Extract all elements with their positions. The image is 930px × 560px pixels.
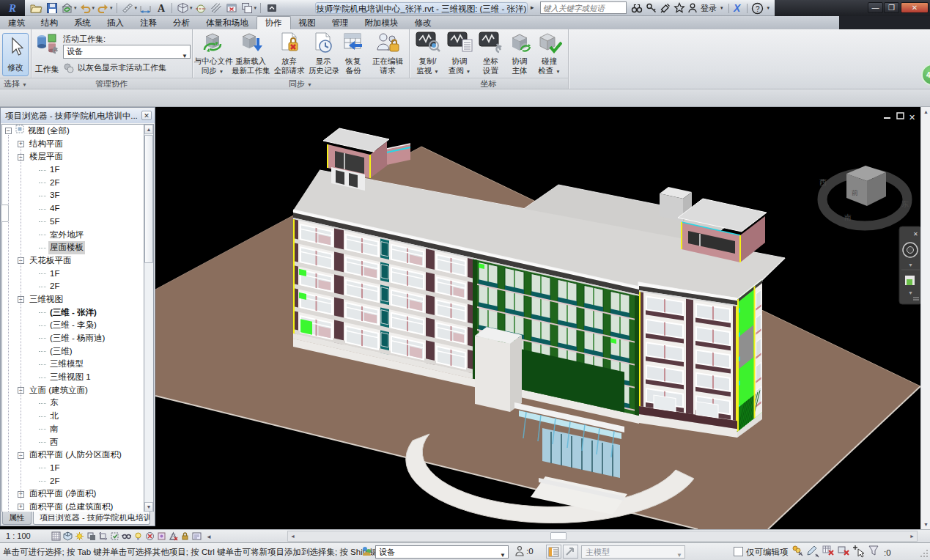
tree-item-屋面楼板[interactable]: 屋面楼板 (2, 241, 145, 254)
favorites-icon[interactable] (673, 2, 685, 14)
project-browser-close-icon[interactable]: ✕ (141, 111, 152, 120)
ribbon-tab-管理[interactable]: 管理 (324, 16, 357, 29)
viewcube[interactable]: 西 南 东 前 (819, 166, 909, 226)
qat-aligned-dimension-icon[interactable] (139, 1, 152, 15)
crop-visible-icon[interactable] (110, 531, 120, 542)
tree-item-西[interactable]: 西 (2, 436, 145, 449)
box-exclude-icon[interactable] (838, 545, 850, 560)
reveal-hidden-icon[interactable] (133, 531, 144, 542)
tree-item-北[interactable]: 北 (2, 410, 145, 423)
tree-item-5F[interactable]: 5F (2, 215, 145, 229)
resize-grip[interactable] (920, 549, 929, 558)
qat-switch-windows-icon[interactable] (240, 1, 254, 15)
tree-item-(三维 - 杨雨迪)[interactable]: (三维 - 杨雨迪) (2, 332, 145, 345)
ribbon-button-坐标设置[interactable]: 坐标设置 (476, 31, 506, 75)
tree-item-楼层平面[interactable]: −楼层平面 (2, 150, 145, 163)
help-icon[interactable]: ? (751, 2, 764, 14)
palette-tab-properties[interactable]: 属性 (2, 512, 32, 525)
tree-item-立面 (建筑立面)[interactable]: −立面 (建筑立面) (2, 384, 145, 397)
qat-customize-icon[interactable] (265, 1, 278, 15)
tree-item-4F[interactable]: 4F (2, 202, 145, 215)
ribbon-tab-视图[interactable]: 视图 (291, 16, 324, 29)
tree-item-(三维)[interactable]: (三维) (2, 345, 145, 358)
ribbon-button-放弃全部请求[interactable]: 放弃全部请求 (270, 31, 308, 75)
tree-item-2F[interactable]: 2F (2, 475, 145, 488)
ribbon-button-重新载入最新工作集[interactable]: 重新载入最新工作集 (232, 31, 270, 75)
tree-item-天花板平面[interactable]: −天花板平面 (2, 254, 145, 268)
requests-button[interactable] (563, 545, 578, 559)
vertical-scrollbar[interactable]: ▲ ▼ (920, 107, 930, 529)
ribbon-tab-附加模块[interactable]: 附加模块 (357, 16, 407, 29)
tree-scrollbar[interactable]: ▲ ▼ (144, 124, 154, 512)
qat-section-icon[interactable] (194, 1, 208, 15)
qat-redo-icon[interactable] (96, 1, 110, 15)
qat-save-icon[interactable] (45, 1, 59, 15)
search-icon[interactable] (630, 2, 643, 14)
panel-label-select[interactable]: 选择 ▼ (0, 78, 31, 89)
gray-inactive-worksets-toggle[interactable]: 以灰色显示非活动工作集 (63, 62, 166, 74)
title-expand-icon[interactable]: ▸ (531, 4, 534, 11)
project-browser-title[interactable]: 项目浏览器 - 技师学院机电培训中... (1, 109, 155, 123)
sun-path-icon[interactable] (75, 531, 85, 542)
ribbon-button-协调主体[interactable]: 协调主体 (506, 31, 533, 75)
tree-item-面积平面 (净面积)[interactable]: +面积平面 (净面积) (2, 487, 145, 501)
table-exclude-icon[interactable] (822, 545, 835, 560)
qat-measure-icon[interactable] (121, 1, 135, 15)
qat-default-3d-view-icon[interactable] (176, 1, 190, 15)
tree-item-3F[interactable]: 3F (2, 189, 145, 202)
editable-only-checkbox[interactable] (734, 547, 743, 556)
tree-item-1F[interactable]: 1F (2, 163, 145, 177)
editable-items-icon[interactable] (807, 545, 819, 560)
infocenter-search-input[interactable] (540, 1, 627, 14)
ribbon-button-碰撞检查[interactable]: 碰撞检查 ▼ (534, 31, 565, 76)
filter-icon[interactable] (868, 545, 881, 560)
login-label[interactable]: 登录 (701, 3, 717, 14)
ribbon-tab-插入[interactable]: 插入 (99, 16, 132, 29)
temporary-hide-icon[interactable] (122, 531, 132, 542)
exchange-icon[interactable]: X (733, 2, 743, 14)
shadows-icon[interactable] (86, 531, 97, 542)
restore-button[interactable]: ❐ (884, 2, 899, 13)
visual-style-icon[interactable] (63, 531, 73, 542)
scale-indicator[interactable]: 1 : 100 (6, 531, 31, 540)
ribbon-button-恢复备份[interactable]: 恢复备份 (339, 31, 368, 75)
tree-item-2F[interactable]: 2F (2, 177, 145, 190)
worksharing-display-icon[interactable] (145, 531, 155, 542)
vscroll-thumb[interactable] (1, 205, 9, 222)
ribbon-button-显示历史记录[interactable]: 显示历史记录 (309, 31, 338, 75)
tree-item-三维视图 1[interactable]: 三维视图 1 (2, 371, 145, 384)
horizontal-scrollbar[interactable]: ◄ ► (287, 531, 918, 542)
communication-icon[interactable] (660, 2, 671, 14)
application-menu-button[interactable]: R (0, 0, 25, 16)
qat-open-icon[interactable] (29, 1, 43, 15)
worksets-status-icon[interactable] (791, 545, 804, 560)
qat-text-icon[interactable]: A (154, 1, 168, 15)
drawing-area[interactable]: 西 南 东 前 ✕ ▼ ▼ ✕ (155, 107, 920, 529)
ribbon-tab-分析[interactable]: 分析 (165, 16, 198, 29)
ribbon-tab-建筑[interactable]: 建筑 (0, 16, 33, 29)
key-icon[interactable] (646, 2, 657, 14)
qat-close-hidden-windows-icon[interactable] (225, 1, 239, 15)
tree-item-面积平面 (总建筑面积)[interactable]: +面积平面 (总建筑面积) (2, 501, 145, 512)
palette-tab-browser[interactable]: 项目浏览器 - 技师学院机电培训... (33, 512, 150, 525)
collapse-bar-icon[interactable]: ◄ (206, 534, 212, 540)
select-arrow-icon[interactable] (853, 545, 866, 560)
tree-item-1F[interactable]: 1F (2, 462, 145, 475)
tree-item-面积平面 (人防分区面积)[interactable]: −面积平面 (人防分区面积) (2, 449, 145, 462)
ribbon-button-正在编辑请求[interactable]: 正在编辑请求 (369, 31, 407, 75)
modify-button[interactable]: 修改 (2, 33, 29, 76)
navigation-bar[interactable]: ✕ ▼ ▼ (899, 226, 920, 304)
tree-item-三维模型[interactable]: 三维模型 (2, 358, 145, 371)
tree-item-室外地坪[interactable]: 室外地坪 (2, 229, 145, 242)
minimize-button[interactable]: — (868, 2, 883, 13)
tree-item-结构平面[interactable]: +结构平面 (2, 138, 145, 151)
tree-item-三维视图[interactable]: −三维视图 (2, 293, 145, 306)
panel-label-sync[interactable]: 同步 ▼ (192, 78, 409, 89)
tree-item-(三维 - 张洋)[interactable]: (三维 - 张洋) (2, 306, 145, 320)
view-window-controls[interactable]: ✕ (884, 113, 915, 122)
collapse-icon[interactable]: − (5, 128, 12, 134)
analytical-model-icon[interactable] (169, 531, 179, 542)
crop-view-icon[interactable] (98, 531, 108, 542)
close-button[interactable]: ✕ (901, 2, 929, 13)
tree-item-(三维 - 李枭)[interactable]: (三维 - 李枭) (2, 319, 145, 332)
